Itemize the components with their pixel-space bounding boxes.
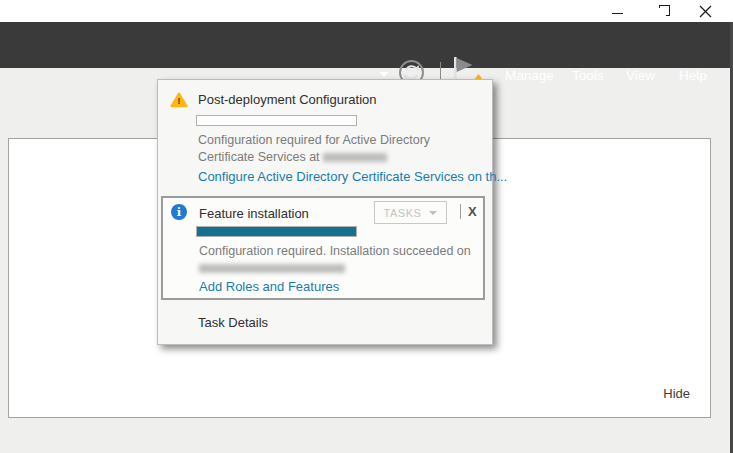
menu-help[interactable]: Help — [679, 68, 707, 83]
add-roles-features-link[interactable]: Add Roles and Features — [199, 279, 339, 294]
restore-button[interactable] — [639, 0, 683, 22]
post-deployment-title: Post-deployment Configuration — [198, 92, 377, 107]
tasks-dropdown-label: TASKS — [384, 207, 422, 219]
redacted-server-fqdn — [199, 264, 345, 273]
progress-fill — [197, 227, 356, 236]
redacted-server-name — [323, 153, 387, 162]
hide-link[interactable]: Hide — [663, 386, 690, 401]
menu-tools[interactable]: Tools — [572, 68, 604, 83]
minimize-icon — [612, 13, 623, 14]
close-icon — [699, 5, 712, 18]
toolbar: ! Manage Tools View Help — [0, 22, 733, 68]
post-deployment-progress-bar — [196, 115, 357, 126]
task-details-link[interactable]: Task Details — [198, 315, 268, 330]
chevron-down-icon — [429, 211, 437, 215]
post-deployment-message: Configuration required for Active Direct… — [198, 132, 486, 165]
feature-installation-title: Feature installation — [199, 206, 309, 221]
chevron-down-icon[interactable] — [380, 72, 388, 77]
svg-text:i: i — [177, 205, 182, 219]
message-line2: Certificate Services at — [198, 150, 320, 164]
dismiss-task-button[interactable]: X — [468, 204, 477, 219]
titlebar — [0, 0, 733, 22]
task-separator — [460, 204, 461, 219]
restore-icon — [657, 8, 666, 17]
message-line1: Configuration required for Active Direct… — [198, 133, 430, 147]
menu-manage[interactable]: Manage — [505, 68, 554, 83]
notifications-flyout: ! Post-deployment Configuration Configur… — [157, 79, 493, 345]
menu-view[interactable]: View — [626, 68, 655, 83]
close-button[interactable] — [683, 0, 727, 22]
feature-installation-message: Configuration required. Installation suc… — [199, 243, 481, 276]
message-line1: Configuration required. Installation suc… — [199, 244, 471, 258]
window-controls — [595, 0, 727, 22]
feature-installation-progress-bar — [196, 226, 357, 237]
feature-installation-task[interactable]: i Feature installation TASKS X Configura… — [161, 196, 485, 300]
configure-adcs-link[interactable]: Configure Active Directory Certificate S… — [198, 169, 507, 184]
tasks-dropdown[interactable]: TASKS — [374, 201, 447, 224]
server-manager-window: ! Manage Tools View Help Hide ! Post-dep… — [0, 0, 733, 453]
svg-text:!: ! — [178, 96, 181, 106]
info-icon: i — [171, 204, 187, 220]
minimize-button[interactable] — [595, 0, 639, 22]
warning-icon: ! — [170, 92, 188, 108]
